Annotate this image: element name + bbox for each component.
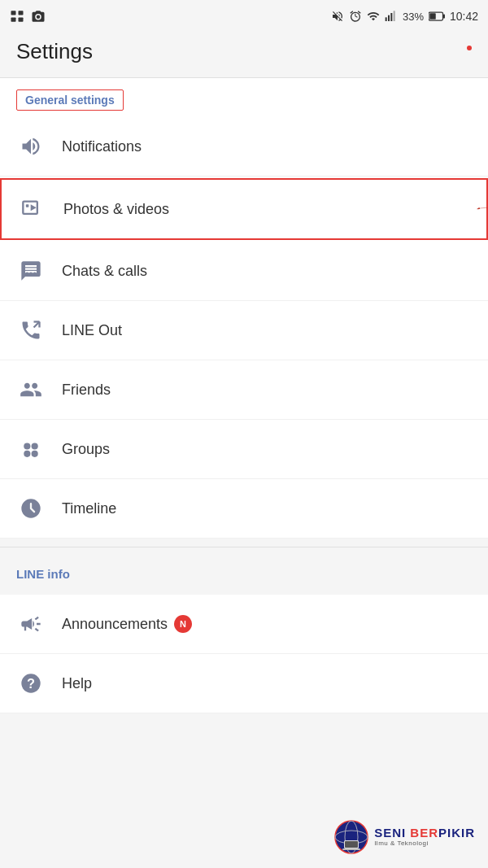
general-section-label-wrapper: General settings — [0, 78, 488, 117]
watermark: SENI BERPIKIR Ilmu & Teknologi — [333, 819, 475, 855]
svg-point-22 — [32, 443, 38, 449]
help-item[interactable]: ? Help — [0, 654, 488, 713]
announcements-item[interactable]: Announcements N — [0, 595, 488, 654]
mute-icon — [331, 10, 344, 23]
svg-point-17 — [33, 273, 36, 275]
chats-calls-label: Chats & calls — [62, 263, 147, 280]
notifications-item[interactable]: Notifications — [0, 117, 488, 177]
groups-item[interactable]: Groups — [0, 420, 488, 479]
svg-marker-12 — [31, 204, 37, 211]
line-info-list: Announcements N ? Help — [0, 595, 488, 713]
svg-text:?: ? — [27, 676, 35, 691]
svg-point-24 — [32, 451, 38, 457]
watermark-text: SENI BERPIKIR Ilmu & Teknologi — [374, 827, 475, 847]
general-section-label: General settings — [16, 89, 124, 111]
chats-calls-item[interactable]: Chats & calls — [0, 242, 488, 301]
svg-rect-2 — [11, 18, 16, 22]
svg-point-21 — [24, 443, 30, 449]
photos-videos-item[interactable]: Photos & videos — [0, 178, 488, 240]
svg-rect-6 — [390, 13, 392, 21]
header-dot — [467, 46, 472, 50]
megaphone-icon — [16, 609, 46, 639]
help-label: Help — [62, 675, 92, 692]
line-info-section-label-wrapper: LINE info — [0, 556, 488, 588]
groups-icon — [16, 434, 46, 464]
watermark-ber: BER — [410, 826, 438, 840]
announcements-label: Announcements — [62, 616, 168, 633]
svg-rect-33 — [345, 841, 358, 848]
status-time: 10:42 — [450, 10, 478, 23]
battery-icon — [429, 11, 445, 22]
svg-point-16 — [30, 273, 33, 275]
arrow-annotation — [472, 198, 488, 220]
photos-videos-label: Photos & videos — [63, 201, 169, 218]
general-settings-list: Notifications Photos & videos Chats & ca… — [0, 117, 488, 539]
watermark-seni: SENI — [374, 826, 410, 840]
signal-icon — [385, 10, 398, 23]
svg-rect-1 — [19, 11, 24, 15]
line-out-label: LINE Out — [62, 322, 122, 339]
timeline-item[interactable]: Timeline — [0, 479, 488, 539]
svg-rect-10 — [429, 13, 436, 20]
status-left-icons — [10, 9, 46, 24]
status-bar: 33% 10:42 — [0, 0, 488, 33]
watermark-pikir: PIKIR — [438, 826, 475, 840]
groups-label: Groups — [62, 441, 110, 458]
app-header: Settings — [0, 33, 488, 78]
wifi-icon — [367, 10, 380, 23]
friends-icon — [16, 375, 46, 404]
friends-label: Friends — [62, 382, 111, 399]
page-title: Settings — [16, 39, 93, 64]
svg-rect-4 — [386, 17, 387, 21]
timeline-label: Timeline — [62, 500, 116, 517]
watermark-sub: Ilmu & Teknologi — [374, 840, 475, 848]
svg-rect-13 — [26, 204, 28, 207]
clock-icon — [16, 494, 46, 523]
phone-icon — [16, 316, 46, 345]
svg-rect-3 — [19, 18, 24, 22]
line-info-label: LINE info — [16, 567, 70, 581]
media-icon — [18, 194, 47, 224]
svg-rect-9 — [443, 15, 445, 19]
battery-percent: 33% — [403, 11, 424, 23]
svg-rect-5 — [388, 15, 390, 21]
announcements-badge: N — [174, 615, 192, 633]
help-icon: ? — [16, 669, 46, 698]
svg-point-15 — [26, 273, 28, 275]
svg-rect-34 — [342, 848, 360, 850]
svg-rect-7 — [394, 11, 395, 21]
watermark-globe-icon — [333, 819, 369, 855]
friends-item[interactable]: Friends — [0, 360, 488, 420]
gallery-icon — [10, 9, 24, 24]
section-divider — [0, 547, 488, 547]
alarm-icon — [349, 10, 362, 23]
watermark-title: SENI BERPIKIR — [374, 827, 475, 840]
camera-icon — [31, 9, 46, 24]
chat-icon — [16, 256, 46, 286]
svg-point-23 — [24, 451, 30, 457]
svg-rect-0 — [11, 11, 16, 15]
line-out-item[interactable]: LINE Out — [0, 301, 488, 360]
notifications-label: Notifications — [62, 138, 142, 155]
status-right-icons: 33% 10:42 — [331, 10, 478, 23]
speaker-icon — [16, 132, 46, 161]
